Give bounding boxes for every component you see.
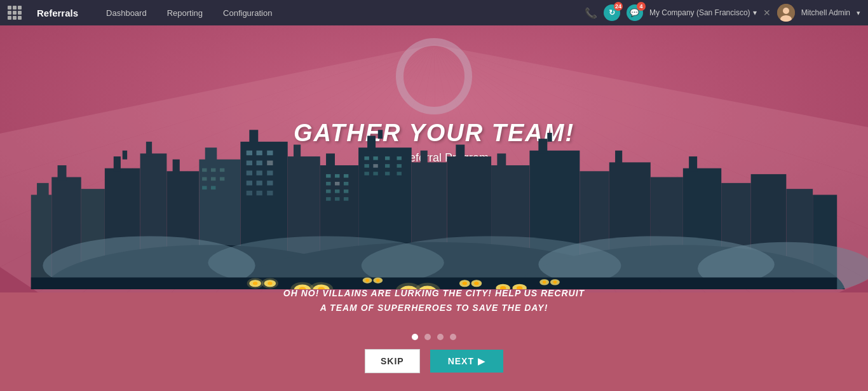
svg-rect-37 bbox=[123, 151, 127, 160]
svg-rect-54 bbox=[247, 151, 252, 155]
svg-rect-64 bbox=[257, 181, 262, 185]
svg-rect-46 bbox=[220, 168, 224, 172]
carousel-dot-3[interactable] bbox=[437, 334, 444, 340]
nav-configuration[interactable]: Configuration bbox=[218, 8, 277, 18]
svg-rect-108 bbox=[547, 133, 552, 142]
svg-rect-111 bbox=[615, 151, 622, 165]
svg-rect-114 bbox=[689, 156, 697, 171]
phone-icon[interactable]: 📞 bbox=[585, 7, 597, 19]
svg-rect-83 bbox=[335, 197, 339, 201]
svg-rect-58 bbox=[257, 161, 262, 165]
svg-rect-92 bbox=[364, 156, 369, 160]
svg-rect-72 bbox=[326, 153, 335, 168]
nav-reporting[interactable]: Reporting bbox=[162, 8, 208, 18]
svg-rect-67 bbox=[257, 191, 262, 195]
svg-rect-84 bbox=[344, 197, 348, 201]
svg-rect-60 bbox=[247, 170, 252, 175]
svg-rect-57 bbox=[247, 161, 252, 165]
svg-point-157 bbox=[262, 278, 278, 289]
svg-rect-76 bbox=[326, 182, 330, 186]
svg-rect-43 bbox=[205, 147, 217, 162]
svg-rect-49 bbox=[220, 177, 224, 181]
topbar: Referrals Dashboard Reporting Configurat… bbox=[0, 0, 868, 25]
svg-rect-61 bbox=[257, 170, 262, 175]
svg-rect-100 bbox=[364, 172, 369, 175]
svg-rect-73 bbox=[326, 174, 330, 178]
apps-icon[interactable] bbox=[8, 6, 22, 20]
svg-rect-47 bbox=[202, 177, 207, 181]
svg-rect-56 bbox=[267, 151, 273, 155]
svg-rect-45 bbox=[211, 168, 215, 172]
updates-count: 24 bbox=[614, 2, 623, 11]
svg-rect-93 bbox=[373, 156, 377, 160]
svg-rect-105 bbox=[497, 153, 506, 168]
next-button[interactable]: NEXT ▶ bbox=[430, 350, 503, 373]
svg-rect-101 bbox=[373, 172, 377, 175]
topbar-right: 📞 ↻ 24 💬 4 My Company (San Francisco) ▾ … bbox=[585, 4, 860, 22]
city-illustration bbox=[0, 124, 868, 289]
svg-rect-86 bbox=[367, 136, 376, 151]
action-buttons: SKIP NEXT ▶ bbox=[365, 349, 503, 373]
circle-decoration bbox=[396, 38, 472, 114]
svg-rect-39 bbox=[146, 142, 152, 156]
svg-rect-80 bbox=[335, 189, 339, 193]
messages-count: 4 bbox=[637, 2, 646, 11]
user-name[interactable]: Mitchell Admin bbox=[801, 8, 850, 17]
carousel-dots bbox=[412, 334, 456, 340]
topbar-left: Referrals Dashboard Reporting Configurat… bbox=[8, 6, 277, 20]
svg-rect-62 bbox=[267, 170, 273, 175]
hero-section: Gather Your Team! Job Referral Program bbox=[0, 25, 868, 391]
svg-point-1 bbox=[783, 8, 789, 14]
svg-point-138 bbox=[365, 279, 369, 282]
messages-button[interactable]: 💬 4 bbox=[627, 4, 643, 21]
svg-rect-55 bbox=[257, 151, 262, 155]
svg-rect-36 bbox=[114, 156, 121, 171]
svg-rect-107 bbox=[538, 139, 547, 153]
close-icon[interactable]: ✕ bbox=[763, 8, 771, 18]
svg-rect-41 bbox=[173, 160, 180, 174]
svg-point-139 bbox=[376, 279, 380, 282]
svg-rect-53 bbox=[249, 130, 258, 144]
svg-rect-33 bbox=[58, 165, 67, 180]
svg-rect-59 bbox=[267, 161, 273, 165]
svg-rect-98 bbox=[385, 164, 390, 168]
svg-rect-75 bbox=[344, 174, 348, 178]
svg-rect-91 bbox=[456, 145, 465, 160]
hero-body-text: Oh No! Villains are lurking the city! He… bbox=[283, 286, 585, 315]
svg-rect-94 bbox=[385, 156, 390, 160]
updates-button[interactable]: ↻ 24 bbox=[604, 4, 620, 21]
svg-rect-87 bbox=[378, 130, 383, 139]
svg-point-146 bbox=[463, 282, 467, 285]
svg-rect-103 bbox=[397, 172, 402, 175]
svg-rect-74 bbox=[335, 174, 339, 178]
arrow-right-icon: ▶ bbox=[478, 356, 485, 366]
nav-dashboard[interactable]: Dashboard bbox=[101, 8, 152, 18]
svg-rect-95 bbox=[397, 156, 402, 160]
skip-button[interactable]: SKIP bbox=[365, 349, 420, 373]
carousel-dot-1[interactable] bbox=[412, 334, 418, 340]
svg-rect-65 bbox=[267, 181, 273, 185]
carousel-dot-2[interactable] bbox=[424, 334, 431, 340]
svg-rect-50 bbox=[202, 186, 207, 190]
svg-rect-31 bbox=[37, 183, 49, 198]
svg-point-154 bbox=[543, 281, 546, 284]
carousel-dot-4[interactable] bbox=[450, 334, 456, 340]
svg-rect-77 bbox=[335, 182, 339, 186]
avatar[interactable] bbox=[777, 4, 795, 22]
svg-rect-79 bbox=[326, 189, 330, 193]
svg-rect-48 bbox=[211, 177, 215, 181]
svg-rect-99 bbox=[397, 164, 402, 168]
svg-rect-66 bbox=[247, 191, 252, 195]
svg-rect-96 bbox=[364, 164, 369, 168]
svg-rect-102 bbox=[385, 172, 390, 175]
svg-rect-51 bbox=[211, 186, 215, 190]
svg-rect-78 bbox=[344, 182, 348, 186]
svg-rect-89 bbox=[421, 151, 428, 165]
svg-rect-97 bbox=[373, 164, 377, 168]
svg-rect-70 bbox=[294, 145, 301, 160]
company-selector[interactable]: My Company (San Francisco) ▾ bbox=[649, 8, 757, 17]
svg-rect-82 bbox=[326, 197, 330, 201]
app-title: Referrals bbox=[37, 8, 78, 18]
svg-point-155 bbox=[553, 281, 557, 284]
svg-rect-63 bbox=[247, 181, 252, 185]
